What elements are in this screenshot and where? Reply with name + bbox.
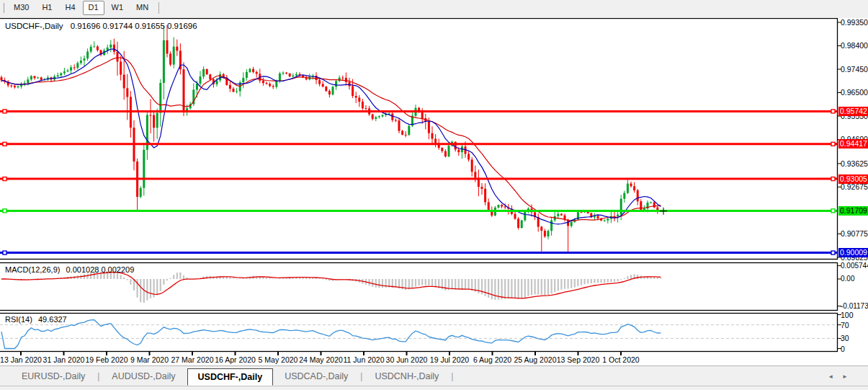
rsi-current-value: 49.6327 (38, 315, 67, 324)
price-axis-tick-label: 0.99350 (841, 18, 868, 27)
chart-tabs: EURUSD-,Daily|AUDUSD-,DailyUSDCHF-,Daily… (10, 366, 454, 386)
timeframe-button-w1[interactable]: W1 (106, 1, 130, 15)
date-axis-label: 19 Feb 2020 (86, 355, 128, 364)
chart-symbol-label: USDCHF-,Daily (5, 22, 63, 30)
tabs-scroll-right-button[interactable]: ► (842, 373, 848, 380)
date-axis[interactable]: 13 Jan 202031 Jan 202019 Feb 20209 Mar 2… (0, 353, 838, 365)
date-axis-label: 16 Apr 2020 (215, 355, 256, 364)
date-axis-label: 24 May 2020 (299, 355, 343, 364)
rsi-name-label: RSI(14) (5, 315, 32, 324)
price-axis-tick-label: 0.93625 (841, 159, 868, 168)
price-level-label: 0.91709 (838, 206, 868, 216)
tab-audusd-daily[interactable]: AUDUSD-,Daily (100, 368, 187, 384)
price-level-label: 0.90009 (838, 248, 868, 257)
rsi-indicator-title: RSI(14) 49.6327 (5, 315, 67, 324)
timeframe-button-mn[interactable]: MN (130, 1, 154, 15)
macd-name-label: MACD(12,26,9) (5, 265, 60, 274)
timeframe-button-d1[interactable]: D1 (83, 1, 104, 15)
tab-usdcnh-daily[interactable]: USDCNH-,Daily (363, 368, 450, 384)
price-axis-tick-label: 0.98400 (841, 41, 868, 50)
macd-current-values: 0.001028 0.002209 (66, 265, 134, 274)
price-level-label: 0.93005 (838, 174, 868, 184)
price-axis-tick-label: 0.92675 (841, 182, 868, 191)
price-chart-canvas[interactable] (0, 18, 868, 365)
tab-scroll-controls: ◄ ► (828, 366, 848, 386)
rsi-axis-tick-label: 30 (841, 334, 849, 342)
chart-title: USDCHF-,Daily 0.91696 0.91744 0.91655 0.… (5, 22, 197, 30)
date-axis-label: 6 Aug 2020 (473, 355, 511, 364)
macd-axis-tick-label: -0.011738 (841, 302, 868, 311)
price-level-label: 0.94417 (838, 139, 868, 149)
date-axis-label: 19 Jul 2020 (430, 355, 469, 364)
date-axis-label: 13 Sep 2020 (557, 355, 600, 364)
timeframe-buttons: M30H1H4D1W1MN (7, 1, 155, 15)
date-axis-label: 31 Jan 2020 (43, 355, 85, 364)
date-axis-label: 9 Mar 2020 (130, 355, 169, 364)
toolbar-separator (158, 2, 159, 14)
price-axis-tick-label: 0.90775 (841, 229, 868, 238)
price-level-label: 0.95742 (838, 107, 868, 116)
rsi-axis-tick-label: 70 (841, 321, 849, 329)
chart-tab-bar: EURUSD-,Daily|AUDUSD-,DailyUSDCHF-,Daily… (0, 365, 868, 386)
date-axis-label: 13 Jan 2020 (0, 355, 42, 364)
chart-ohlc-values: 0.91696 0.91744 0.91655 0.91696 (71, 22, 197, 30)
timeframe-button-h4[interactable]: H4 (59, 1, 81, 15)
chart-area[interactable]: USDCHF-,Daily 0.91696 0.91744 0.91655 0.… (0, 18, 868, 365)
date-axis-label: 5 May 2020 (259, 355, 298, 364)
timeframe-button-m30[interactable]: M30 (8, 1, 35, 15)
macd-indicator-title: MACD(12,26,9) 0.001028 0.002209 (5, 265, 134, 274)
rsi-axis-tick-label: 0 (841, 345, 845, 353)
timeframe-button-h1[interactable]: H1 (36, 1, 58, 15)
tab-separator: | (450, 371, 454, 381)
date-axis-label: 1 Oct 2020 (602, 355, 639, 364)
tabs-scroll-left-button[interactable]: ◄ (828, 373, 833, 380)
date-axis-label: 11 Jun 2020 (343, 355, 384, 364)
toolbar-clipped-button-edge (0, 3, 4, 13)
status-strip (0, 386, 868, 390)
rsi-axis-tick-label: 100 (841, 311, 854, 319)
price-axis-tick-label: 0.97450 (841, 65, 868, 74)
date-axis-label: 25 Aug 2020 (514, 355, 557, 364)
tab-usdcad-daily[interactable]: USDCAD-,Daily (273, 368, 359, 384)
macd-axis-tick-label: 0.00 (841, 275, 854, 283)
tab-usdchf-daily[interactable]: USDCHF-,Daily (187, 368, 274, 386)
macd-axis-tick-label: 0.005744 (841, 262, 868, 270)
date-axis-label: 27 Mar 2020 (171, 355, 214, 364)
price-axis-tick-label: 0.96500 (841, 88, 868, 97)
price-axis[interactable]: 0.993500.984000.974500.965000.955500.946… (838, 18, 868, 352)
tab-eurusd-daily[interactable]: EURUSD-,Daily (10, 368, 97, 384)
date-axis-label: 30 Jun 2020 (386, 355, 428, 364)
timeframe-toolbar: M30H1H4D1W1MN (0, 0, 868, 16)
